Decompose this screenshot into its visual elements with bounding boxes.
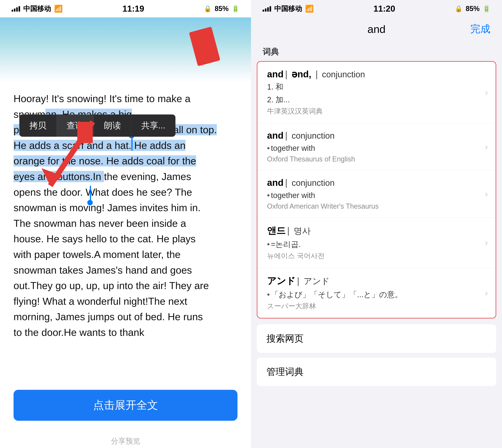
entry-1-def-1-text: 1. 和 xyxy=(267,82,283,91)
lock-icon-left: 🔒 xyxy=(204,5,212,12)
text-line-12: snowman takes James's hand and goes xyxy=(14,265,192,276)
wifi-icon-left: 📶 xyxy=(54,5,63,13)
entry-4-pos: 명사 xyxy=(294,226,311,236)
done-button[interactable]: 完成 xyxy=(470,22,490,36)
highlighted-text-4: orange for the nose. He adds coal for th… xyxy=(14,155,196,166)
hero-image xyxy=(0,17,251,81)
share-hint-label: 分享预览 xyxy=(111,437,140,445)
battery-icon-left: 🔋 xyxy=(232,5,239,12)
manage-dict-button[interactable]: 管理词典 xyxy=(257,357,496,386)
entry-4-source: 뉴에이스 국어사전 xyxy=(267,251,486,261)
read-menu-item[interactable]: 朗读 xyxy=(94,114,131,137)
battery-area-right: 🔒 85% 🔋 xyxy=(455,5,490,13)
selection-cursor-bottom xyxy=(90,186,91,201)
dict-entry-2[interactable]: and| conjunction •together with Oxford T… xyxy=(257,123,496,170)
text-line-13: out.They go up, up, up into the air! The… xyxy=(14,280,209,291)
entry-2-word-text: and xyxy=(267,130,283,141)
dict-entry-3-word: and| conjunction xyxy=(267,177,486,188)
dict-query-word: and xyxy=(367,23,385,35)
entry-5-source: スーパー大辞林 xyxy=(267,302,486,311)
text-line-14: flying! What a wonderful night!The next xyxy=(14,296,187,307)
entry-3-word-text: and xyxy=(267,177,283,188)
text-line-8: snowman is moving! James invites him in. xyxy=(14,202,200,213)
copy-menu-item[interactable]: 拷贝 xyxy=(19,114,57,137)
chevron-icon-2: › xyxy=(485,142,488,152)
entry-1-pos: conjunction xyxy=(322,70,365,79)
entry-5-def-1-text: 「および」「そして」「...と」の意。 xyxy=(271,290,402,299)
chevron-icon-4: › xyxy=(485,238,488,247)
dict-bottom-section: 搜索网页 管理词典 xyxy=(251,322,502,448)
wifi-icon-right: 📶 xyxy=(305,5,314,13)
book-content: 拷贝 查询 朗读 共享... Hooray! It's snowing! It'… xyxy=(0,81,251,380)
search-web-button[interactable]: 搜索网页 xyxy=(257,324,496,353)
sep-1: | xyxy=(285,69,287,79)
dict-entry-1[interactable]: and| ənd, | conjunction 1. 和 2. 加... 牛津英… xyxy=(257,62,496,123)
entry-1-word-text: and xyxy=(267,69,283,79)
dot-5: • xyxy=(267,290,270,299)
entry-5-word-text: アンド xyxy=(267,276,295,286)
text-line-16: to the door.He wants to thank xyxy=(14,327,144,338)
sep-2: | xyxy=(285,130,287,141)
dict-section-label: 词典 xyxy=(251,41,502,61)
entry-4-def-1-text: =논리곱. xyxy=(271,240,301,248)
entry-1-source: 牛津英汉汉英词典 xyxy=(267,107,486,116)
status-bar-right: 中国移动 📶 11:20 🔒 85% 🔋 xyxy=(251,0,502,17)
entry-3-pos: conjunction xyxy=(291,178,335,188)
dot-2: • xyxy=(267,144,270,152)
entry-2-def-1: •together with xyxy=(267,142,486,154)
dict-card: and| ənd, | conjunction 1. 和 2. 加... 牛津英… xyxy=(257,61,496,319)
battery-area-left: 🔒 85% 🔋 xyxy=(204,5,239,13)
entry-5-pos: アンド xyxy=(304,276,330,286)
dict-entry-2-word: and| conjunction xyxy=(267,130,486,141)
battery-right: 85% xyxy=(466,5,480,13)
share-hint: 分享预览 xyxy=(0,432,251,448)
battery-icon-right: 🔋 xyxy=(483,5,490,12)
dict-entry-5-word: アンド| アンド xyxy=(267,275,486,287)
sep-5: | xyxy=(297,276,299,286)
entry-2-source: Oxford Thesaurus of English xyxy=(267,155,486,163)
entry-2-pos: conjunction xyxy=(291,131,335,140)
carrier-left-label: 中国移动 xyxy=(23,4,51,14)
red-decoration xyxy=(189,27,220,66)
text-line-10: house. He says hello to the cat. He play… xyxy=(14,233,196,244)
entry-1-def-1: 1. 和 xyxy=(267,81,486,93)
dict-entry-4[interactable]: 앤드| 명사 •=논리곱. 뉴에이스 국어사전 › xyxy=(257,218,496,268)
entry-5-def-1: •「および」「そして」「...と」の意。 xyxy=(267,289,486,300)
entry-4-word-text: 앤드 xyxy=(267,225,286,236)
chevron-icon-1: › xyxy=(485,88,488,97)
signal-icon-right xyxy=(263,6,271,12)
share-menu-item[interactable]: 共享... xyxy=(131,114,175,137)
sep-3: | xyxy=(285,177,287,188)
lookup-menu-item[interactable]: 查询 xyxy=(57,114,94,137)
right-panel: 中国移动 📶 11:20 🔒 85% 🔋 and 完成 词典 and| ənd,… xyxy=(251,0,502,448)
highlighted-text-3: He adds a scarf and a hat. He adds an xyxy=(14,140,185,151)
entry-3-def-1-text: together with xyxy=(271,191,315,200)
text-line-7: opens the door. What does he see? The xyxy=(14,187,192,198)
entry-4-def-1: •=논리곱. xyxy=(267,239,486,250)
entry-2-def-1-text: together with xyxy=(271,144,315,152)
signal-icon xyxy=(12,6,20,12)
carrier-right-label: 中国移动 xyxy=(274,4,302,14)
carrier-left: 中国移动 📶 xyxy=(12,4,63,14)
highlighted-text-5: eyes and buttons.In xyxy=(14,171,104,182)
text-line-1: Hooray! It's snowing! It's time to make … xyxy=(14,93,191,104)
text-line-11: with paper towels.A moment later, the xyxy=(14,249,181,260)
status-bar-left: 中国移动 📶 11:19 🔒 85% 🔋 xyxy=(0,0,251,17)
dict-header: and 完成 xyxy=(251,17,502,41)
entry-3-def-1: •together with xyxy=(267,190,486,201)
expand-button-label: 点击展开全文 xyxy=(93,398,158,413)
time-left: 11:19 xyxy=(122,4,144,14)
dict-entry-5[interactable]: アンド| アンド •「および」「そして」「...と」の意。 スーパー大辞林 › xyxy=(257,268,496,318)
chevron-icon-5: › xyxy=(485,288,488,298)
dict-entry-1-word: and| ənd, | conjunction xyxy=(267,69,486,80)
cursor-dot-bottom xyxy=(87,200,93,205)
entry-1-def-2-text: 2. 加... xyxy=(267,95,290,104)
entry-1-def-2: 2. 加... xyxy=(267,94,486,105)
sep-4: | xyxy=(287,225,289,236)
dict-entry-3[interactable]: and| conjunction •together with Oxford A… xyxy=(257,170,496,218)
context-menu: 拷贝 查询 朗读 共享... xyxy=(19,114,175,137)
entry-1-phonetic: ənd, xyxy=(289,69,314,79)
text-line-9: The snowman has never been inside a xyxy=(14,218,186,229)
dot-4: • xyxy=(267,240,270,248)
expand-button[interactable]: 点击展开全文 xyxy=(14,390,238,421)
